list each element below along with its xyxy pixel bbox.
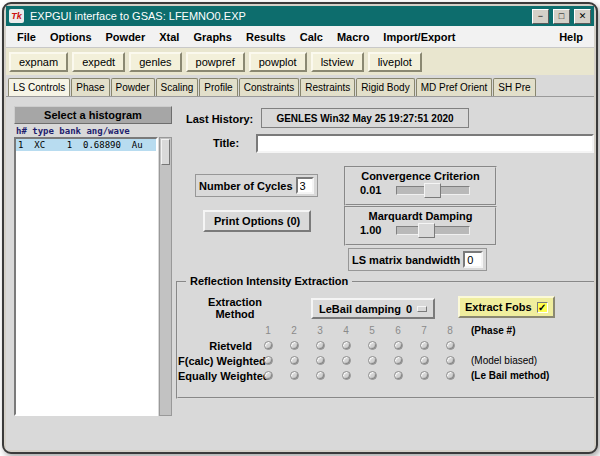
last-history-label: Last History:	[186, 113, 253, 125]
lebail-damping-menu[interactable]: LeBail damping 0	[311, 298, 435, 319]
bandwidth-frame: LS matrix bandwidth	[348, 248, 487, 271]
scrollbar-thumb[interactable]	[161, 139, 170, 165]
toolbar: expnam expedt genles powpref powplot lst…	[6, 48, 594, 75]
menu-graphs[interactable]: Graphs	[186, 28, 239, 46]
ls-controls-panel: Select a histogram h# type bank ang/wave…	[6, 97, 594, 450]
minimize-icon[interactable]: −	[532, 9, 549, 24]
liveplot-button[interactable]: liveplot	[368, 52, 422, 72]
print-options-button[interactable]: Print Options (0)	[203, 210, 311, 232]
menu-xtal[interactable]: Xtal	[152, 28, 186, 46]
genles-button[interactable]: genles	[129, 52, 181, 72]
equally-radio-phase7[interactable]	[420, 371, 429, 380]
lebail-damping-value: 0	[406, 303, 412, 315]
fcalc-radio-phase1[interactable]	[264, 356, 273, 365]
tab-scaling[interactable]: Scaling	[156, 78, 199, 96]
menu-file[interactable]: File	[10, 28, 43, 46]
powplot-button[interactable]: powplot	[249, 52, 307, 72]
phase-number: 8	[447, 325, 453, 336]
tab-phase[interactable]: Phase	[71, 78, 109, 96]
menu-powder[interactable]: Powder	[99, 28, 153, 46]
powpref-button[interactable]: powpref	[186, 52, 245, 72]
tab-constraints[interactable]: Constraints	[239, 78, 300, 96]
convergence-slider[interactable]	[396, 186, 470, 195]
lebail-damping-label: LeBail damping	[319, 303, 401, 315]
rietveld-radio-phase7[interactable]	[420, 341, 429, 350]
histogram-scrollbar[interactable]	[159, 137, 172, 416]
fcalc-radio-phase7[interactable]	[420, 356, 429, 365]
title-bar[interactable]: Tk EXPGUI interface to GSAS: LFEMNO0.EXP…	[6, 6, 594, 26]
tab-powder[interactable]: Powder	[111, 78, 155, 96]
phase-number: 3	[317, 325, 323, 336]
equally-radio-phase2[interactable]	[290, 371, 299, 380]
bandwidth-input[interactable]	[463, 251, 483, 268]
phase-number: 2	[291, 325, 297, 336]
marquardt-title: Marquardt Damping	[346, 210, 495, 222]
equally-radio-phase4[interactable]	[342, 371, 351, 380]
rietveld-radio-phase1[interactable]	[264, 341, 273, 350]
rietveld-radio-phase2[interactable]	[290, 341, 299, 350]
expedt-button[interactable]: expedt	[72, 52, 125, 72]
maximize-icon[interactable]: □	[553, 9, 570, 24]
fcalc-radio-phase3[interactable]	[316, 356, 325, 365]
fcalc-radio-phase2[interactable]	[290, 356, 299, 365]
bandwidth-label: LS matrix bandwidth	[352, 254, 460, 266]
histogram-row-selected[interactable]: 1 XC 1 0.68890 Au	[16, 139, 156, 151]
close-icon[interactable]: ✕	[574, 9, 591, 24]
rietveld-label: Rietveld	[178, 340, 255, 352]
title-input[interactable]	[256, 134, 594, 153]
extraction-method-grid: 1 2 3 4 5 6 7 8 (Phase #) Rietveld	[178, 323, 594, 383]
rietveld-radio-phase6[interactable]	[394, 341, 403, 350]
extract-fobs-label: Extract Fobs	[465, 301, 532, 313]
menu-calc[interactable]: Calc	[293, 28, 330, 46]
menu-results[interactable]: Results	[239, 28, 293, 46]
marquardt-slider-thumb[interactable]	[418, 223, 435, 238]
menu-help[interactable]: Help	[552, 28, 590, 46]
phase-number: 6	[395, 325, 401, 336]
equally-radio-phase6[interactable]	[394, 371, 403, 380]
cycles-frame: Number of Cycles	[195, 174, 318, 197]
equally-radio-phase8[interactable]	[446, 371, 455, 380]
rietveld-radio-phase3[interactable]	[316, 341, 325, 350]
fcalc-radio-phase4[interactable]	[342, 356, 351, 365]
equally-radio-phase5[interactable]	[368, 371, 377, 380]
convergence-value: 0.01	[360, 184, 386, 196]
menu-options[interactable]: Options	[43, 28, 99, 46]
window-title: EXPGUI interface to GSAS: LFEMNO0.EXP	[28, 10, 528, 22]
histogram-panel: Select a histogram h# type bank ang/wave…	[14, 106, 172, 416]
fcalc-radio-phase5[interactable]	[368, 356, 377, 365]
menu-macro[interactable]: Macro	[330, 28, 376, 46]
histogram-listbox[interactable]: 1 XC 1 0.68890 Au	[14, 137, 158, 416]
equally-radio-phase1[interactable]	[264, 371, 273, 380]
tab-restraints[interactable]: Restraints	[300, 78, 355, 96]
fcalc-weighted-note: (Model biased)	[471, 355, 537, 366]
equally-radio-phase3[interactable]	[316, 371, 325, 380]
fcalc-radio-phase8[interactable]	[446, 356, 455, 365]
lstview-button[interactable]: lstview	[311, 52, 364, 72]
rietveld-row: Rietveld	[178, 338, 594, 353]
convergence-title: Convergence Criterion	[346, 170, 495, 182]
tab-profile[interactable]: Profile	[199, 78, 237, 96]
fcalc-radio-phase6[interactable]	[394, 356, 403, 365]
extraction-title: Reflection Intensity Extraction	[186, 275, 352, 287]
histogram-column-headers: h# type bank ang/wave	[14, 124, 172, 137]
histogram-panel-title: Select a histogram	[14, 106, 172, 124]
menu-import-export[interactable]: Import/Export	[376, 28, 462, 46]
tab-rigid-body[interactable]: Rigid Body	[356, 78, 414, 96]
rietveld-radio-phase5[interactable]	[368, 341, 377, 350]
tab-ls-controls[interactable]: LS Controls	[8, 78, 70, 96]
extraction-frame: Reflection Intensity Extraction Extracti…	[176, 281, 594, 399]
tab-sh-pref[interactable]: SH Pre	[493, 78, 535, 96]
cycles-input[interactable]	[296, 177, 314, 194]
rietveld-radio-phase8[interactable]	[446, 341, 455, 350]
tab-bar: LS Controls Phase Powder Scaling Profile…	[6, 75, 594, 97]
phase-number: 1	[265, 325, 271, 336]
equally-weighted-note: (Le Bail method)	[471, 370, 549, 381]
convergence-slider-thumb[interactable]	[424, 183, 441, 198]
tk-app-icon: Tk	[9, 9, 24, 23]
extract-fobs-checkbutton[interactable]: Extract Fobs ✓	[458, 296, 555, 318]
rietveld-radio-phase4[interactable]	[342, 341, 351, 350]
marquardt-slider[interactable]	[396, 226, 470, 235]
expnam-button[interactable]: expnam	[9, 52, 68, 72]
cycles-label: Number of Cycles	[199, 180, 293, 192]
tab-md-pref-orient[interactable]: MD Pref Orient	[416, 78, 493, 96]
